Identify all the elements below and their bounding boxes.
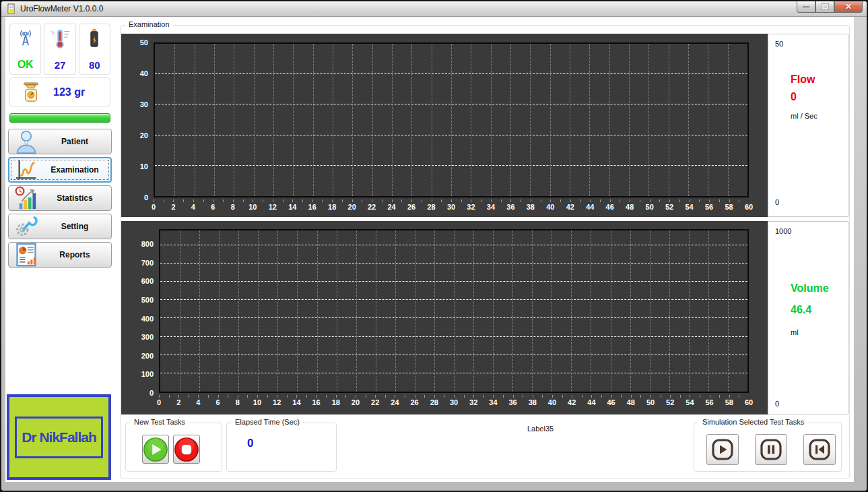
x-tick-label: 58	[725, 203, 733, 211]
y-tick-label: 500	[141, 296, 154, 304]
close-icon: ✕	[845, 2, 852, 11]
volume-chart-plot	[159, 229, 749, 393]
signal-status-value: OK	[18, 59, 34, 71]
temperature-status-value: 27	[55, 59, 66, 71]
signal-icon	[15, 28, 36, 49]
x-tick-label: 16	[308, 203, 316, 211]
x-tick-label: 24	[391, 398, 399, 406]
x-tick-label: 30	[450, 398, 458, 406]
x-tick-label: 10	[248, 203, 257, 211]
main-content: OK °c 27	[5, 17, 854, 482]
elapsed-time-label: Elapsed Time (Sec)	[232, 418, 302, 426]
x-tick-label: 34	[489, 398, 497, 406]
sidebar-item-reports[interactable]: Reports	[8, 242, 112, 268]
elapsed-time-value: 0	[247, 437, 253, 450]
sidebar-item-label: Examination	[44, 165, 110, 175]
x-tick-label: 8	[231, 203, 235, 211]
x-tick-label: 20	[352, 398, 360, 406]
x-tick-label: 56	[705, 203, 713, 211]
x-tick-label: 2	[176, 398, 180, 406]
maximize-button[interactable]	[815, 1, 834, 13]
simulation-tasks-label: Simulation Selected Test Tasks	[700, 418, 807, 426]
y-tick-label: 100	[141, 370, 154, 378]
y-tick-label: 40	[140, 69, 148, 78]
x-tick-label: 36	[506, 203, 514, 211]
x-tick-label: 58	[725, 398, 733, 406]
setting-icon	[9, 215, 44, 238]
minimize-button[interactable]	[797, 1, 815, 13]
simulation-play-button[interactable]	[706, 434, 739, 465]
x-tick-label: 34	[487, 203, 495, 211]
stop-test-button[interactable]	[173, 435, 200, 464]
x-tick-label: 48	[627, 398, 635, 406]
x-tick-label: 12	[273, 398, 281, 406]
volume-chart: 0100200300400500600700800 02468101214161…	[121, 221, 768, 414]
x-tick-label: 28	[430, 398, 438, 406]
flow-value-panel: 50 Flow 0 ml / Sec 0	[768, 34, 848, 217]
x-tick-label: 8	[236, 398, 240, 406]
simulation-pause-button[interactable]	[755, 434, 787, 465]
x-tick-label: 50	[646, 203, 654, 211]
minimize-icon	[803, 6, 809, 8]
x-tick-label: 52	[665, 203, 673, 211]
x-tick-label: 6	[216, 398, 220, 406]
y-tick-label: 800	[141, 240, 154, 248]
signal-status-box: OK	[9, 24, 41, 75]
title-bar: UroFlowMeter V1.0.0.0 ✕	[1, 1, 867, 17]
x-tick-label: 46	[606, 203, 614, 211]
temperature-status-box: °c 27	[44, 24, 75, 75]
x-tick-label: 12	[269, 203, 277, 211]
x-tick-label: 18	[332, 398, 340, 406]
maximize-icon	[822, 4, 828, 9]
volume-value-panel: 1000 Volume 46.4 ml 0	[768, 221, 848, 414]
examination-group-label: Examination	[126, 20, 172, 28]
x-tick-label: 60	[745, 398, 753, 406]
x-tick-label: 22	[371, 398, 379, 406]
volume-value: 46.4	[791, 304, 811, 316]
x-tick-label: 56	[705, 398, 713, 406]
svg-text:°c: °c	[51, 30, 55, 35]
x-tick-label: 52	[666, 398, 674, 406]
x-tick-label: 0	[157, 398, 161, 406]
close-button[interactable]: ✕	[834, 1, 863, 13]
x-tick-label: 4	[191, 203, 195, 211]
x-tick-label: 30	[447, 203, 455, 211]
sidebar-item-setting[interactable]: Setting	[8, 214, 112, 239]
new-test-tasks-group: New Test Tasks	[125, 423, 222, 472]
x-tick-label: 36	[508, 398, 516, 406]
x-tick-label: 2	[171, 203, 175, 211]
start-test-button[interactable]	[142, 435, 169, 464]
new-test-tasks-label: New Test Tasks	[131, 418, 188, 426]
sidebar-item-label: Patient	[44, 137, 111, 146]
x-tick-label: 42	[568, 398, 576, 406]
x-tick-label: 44	[587, 398, 595, 406]
sidebar-item-statistics[interactable]: Statistics	[8, 185, 112, 211]
scale-icon	[20, 82, 42, 103]
y-tick-label: 200	[141, 352, 154, 360]
x-tick-label: 54	[686, 398, 694, 406]
x-tick-label: 32	[467, 203, 475, 211]
statistics-icon	[9, 186, 44, 210]
x-tick-label: 28	[427, 203, 435, 211]
clinic-logo-text: Dr NikFallah	[22, 429, 96, 445]
sidebar-item-examination[interactable]: Examination	[8, 157, 112, 183]
y-tick-label: 20	[140, 131, 148, 140]
x-tick-label: 38	[527, 203, 535, 211]
flow-title: Flow	[791, 73, 815, 86]
x-tick-label: 18	[328, 203, 336, 211]
sidebar-item-label: Reports	[44, 250, 111, 259]
reports-icon	[9, 243, 44, 267]
x-tick-label: 40	[548, 398, 556, 406]
x-tick-label: 26	[407, 203, 415, 211]
pause-icon	[760, 438, 782, 461]
sidebar-nav: Patient Examination	[8, 129, 112, 268]
x-tick-label: 4	[196, 398, 200, 406]
window-title: UroFlowMeter V1.0.0.0	[20, 4, 103, 13]
sim-play-icon	[711, 438, 734, 461]
simulation-skip-back-button[interactable]	[803, 434, 836, 465]
x-tick-label: 22	[368, 203, 376, 211]
sidebar-item-patient[interactable]: Patient	[8, 129, 112, 154]
skip-back-icon	[808, 438, 831, 461]
elapsed-time-group: Elapsed Time (Sec) 0	[226, 423, 337, 472]
volume-scale-min: 0	[775, 400, 779, 408]
